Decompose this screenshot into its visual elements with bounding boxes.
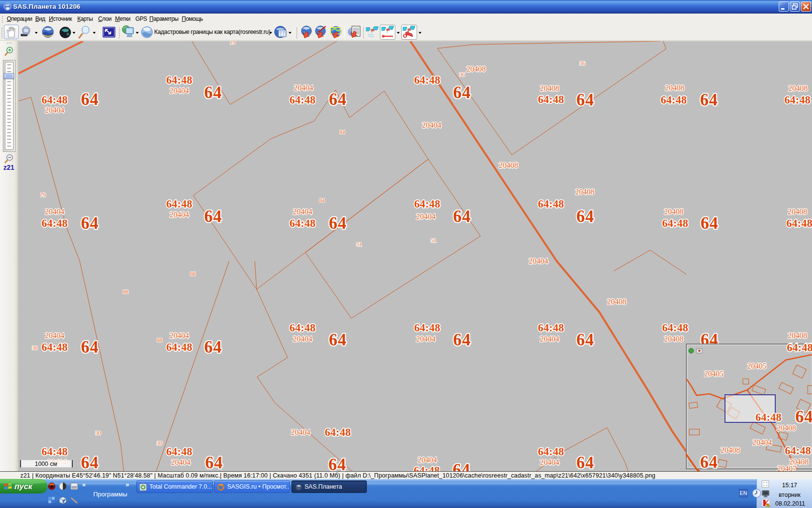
svg-text:20404: 20404 [170, 210, 189, 219]
svg-text:20404: 20404 [171, 458, 190, 466]
svg-text:20404: 20404 [293, 208, 312, 216]
svg-text:20404: 20404 [293, 335, 312, 343]
svg-text:64:48: 64:48 [42, 341, 68, 353]
svg-text:1000 см: 1000 см [35, 461, 57, 467]
svg-text:64:48: 64:48 [42, 94, 68, 106]
svg-text:88: 88 [157, 337, 162, 343]
svg-text:64: 64 [81, 90, 99, 109]
svg-text:36: 36 [459, 72, 465, 77]
svg-text:20408: 20408 [664, 335, 683, 343]
svg-text:64:48: 64:48 [166, 74, 192, 86]
svg-text:64:48: 64:48 [786, 217, 812, 229]
svg-text:64:48: 64:48 [414, 74, 440, 86]
svg-text:64:48: 64:48 [166, 198, 192, 210]
svg-text:64:48: 64:48 [414, 322, 440, 334]
svg-text:64:48: 64:48 [290, 322, 316, 334]
svg-text:51: 51 [431, 238, 436, 243]
svg-text:20408: 20408 [607, 298, 626, 306]
svg-text:20408: 20408 [575, 188, 594, 196]
svg-text:64: 64 [329, 455, 347, 471]
svg-text:30: 30 [157, 440, 162, 446]
svg-text:64: 64 [701, 214, 719, 233]
svg-text:20404: 20404 [529, 257, 548, 265]
svg-text:64:48: 64:48 [787, 342, 812, 354]
svg-text:51: 51 [356, 241, 362, 247]
svg-text:64: 64 [205, 453, 223, 471]
svg-text:20404: 20404 [418, 456, 437, 464]
svg-text:20408: 20408 [788, 208, 807, 216]
svg-text:20404: 20404 [540, 335, 559, 343]
svg-text:64:48: 64:48 [290, 94, 316, 106]
svg-text:64:48: 64:48 [755, 411, 782, 423]
svg-text:64: 64 [700, 90, 718, 109]
svg-text:20408: 20408 [664, 208, 683, 216]
svg-text:64: 64 [796, 407, 812, 426]
svg-text:64: 64 [577, 90, 594, 109]
svg-text:20405: 20405 [747, 362, 767, 370]
svg-text:20404: 20404 [294, 84, 313, 92]
svg-text:20408: 20408 [721, 446, 740, 454]
svg-text:64:48: 64:48 [784, 94, 811, 106]
svg-text:64:48: 64:48 [785, 445, 811, 457]
svg-text:64: 64 [577, 207, 594, 226]
svg-text:20408: 20408 [540, 84, 559, 92]
svg-text:20404: 20404 [170, 331, 189, 340]
svg-text:20408: 20408 [665, 84, 684, 92]
svg-text:64:48: 64:48 [662, 217, 688, 229]
svg-text:20404: 20404 [45, 208, 64, 216]
svg-text:20404: 20404 [540, 458, 559, 466]
svg-text:20404: 20404 [45, 331, 64, 340]
svg-text:64:48: 64:48 [538, 93, 564, 105]
svg-text:64:48: 64:48 [662, 322, 688, 334]
svg-text:64:48: 64:48 [538, 322, 564, 334]
svg-text:64: 64 [81, 453, 99, 471]
svg-text:64: 64 [453, 83, 471, 102]
svg-text:64: 64 [204, 83, 222, 102]
svg-text:20404: 20404 [45, 106, 64, 114]
svg-text:20408: 20408 [788, 331, 807, 340]
svg-text:64: 64 [700, 453, 718, 471]
svg-text:20404: 20404 [753, 438, 772, 447]
svg-text:64: 64 [81, 214, 99, 233]
svg-text:64: 64 [204, 207, 222, 226]
svg-text:64:48: 64:48 [414, 464, 440, 471]
svg-text:20405: 20405 [704, 370, 724, 378]
svg-text:20408: 20408 [466, 65, 486, 73]
svg-text:64:48: 64:48 [290, 217, 316, 229]
svg-text:64: 64 [81, 338, 99, 357]
svg-text:20408: 20408 [499, 161, 518, 169]
svg-text:64: 64 [453, 461, 471, 471]
svg-text:64:48: 64:48 [538, 446, 564, 458]
svg-text:20404: 20404 [416, 212, 435, 221]
svg-text:64:48: 64:48 [414, 198, 440, 210]
svg-text:20408: 20408 [777, 424, 796, 432]
svg-text:20408: 20408 [788, 84, 808, 92]
svg-text:64: 64 [453, 207, 471, 226]
svg-text:64: 64 [577, 330, 594, 349]
svg-text:19: 19 [230, 41, 235, 45]
svg-text:64: 64 [329, 214, 347, 233]
svg-text:84: 84 [319, 197, 325, 203]
svg-text:64:48: 64:48 [538, 198, 564, 210]
svg-text:64:48: 64:48 [42, 217, 68, 229]
svg-text:64: 64 [453, 330, 471, 349]
svg-text:30: 30 [95, 430, 101, 436]
svg-text:64:48: 64:48 [166, 446, 192, 458]
svg-text:пуск: пуск [14, 482, 33, 491]
svg-text:84: 84 [339, 129, 345, 135]
svg-text:64: 64 [204, 338, 222, 357]
svg-text:64:48: 64:48 [661, 94, 687, 106]
svg-text:64: 64 [577, 453, 594, 471]
svg-text:36: 36 [580, 60, 585, 66]
svg-text:20404: 20404 [170, 87, 189, 95]
svg-text:20404: 20404 [422, 121, 441, 129]
svg-text:20404: 20404 [291, 428, 310, 436]
svg-text:88: 88 [123, 289, 129, 295]
svg-text:30: 30 [32, 345, 38, 351]
svg-text:20407: 20407 [777, 464, 797, 471]
svg-text:20404: 20404 [416, 335, 435, 343]
svg-text:64: 64 [329, 90, 347, 109]
svg-text:79: 79 [40, 192, 46, 198]
svg-text:64:48: 64:48 [166, 341, 192, 353]
svg-text:64: 64 [329, 330, 347, 349]
